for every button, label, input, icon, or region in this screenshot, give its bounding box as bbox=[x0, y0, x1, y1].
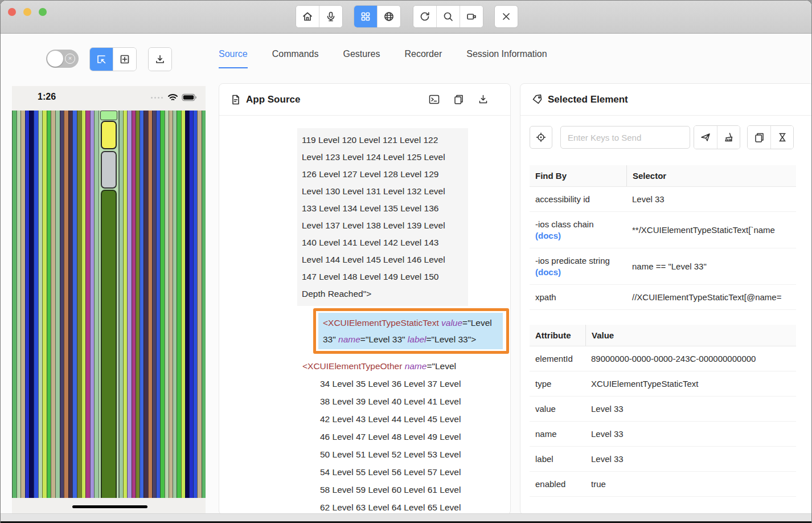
download-icon[interactable] bbox=[478, 94, 489, 105]
phone-stripe[interactable] bbox=[119, 111, 123, 498]
source-line[interactable]: Level 137 Level 138 Level 139 Level bbox=[302, 217, 464, 234]
tap-coordinates-button[interactable] bbox=[113, 48, 136, 71]
phone-stripe[interactable] bbox=[136, 111, 140, 498]
microphone-button[interactable] bbox=[319, 6, 342, 27]
phone-stripe[interactable] bbox=[81, 111, 86, 498]
locate-element-button[interactable] bbox=[530, 126, 552, 149]
selected-element-node[interactable]: <XCUIElementTypeStaticText value="Level3… bbox=[318, 313, 503, 349]
selected-element-highlight[interactable] bbox=[101, 121, 117, 149]
tab-commands[interactable]: Commands bbox=[272, 49, 319, 68]
close-window-button[interactable] bbox=[8, 8, 16, 16]
phone-stripe[interactable] bbox=[197, 111, 201, 498]
phone-stripe[interactable] bbox=[169, 111, 173, 498]
phone-stripe[interactable] bbox=[177, 111, 181, 498]
source-line[interactable]: 38 Level 39 Level 40 Level 41 Level bbox=[302, 393, 510, 410]
source-parent-element[interactable]: 119 Level 120 Level 121 Level 122Level 1… bbox=[297, 128, 468, 306]
source-line[interactable]: Level 144 Level 145 Level 146 Level bbox=[302, 251, 464, 268]
source-line[interactable]: Level 123 Level 124 Level 125 Level bbox=[302, 149, 464, 166]
source-line[interactable]: 58 Level 59 Level 60 Level 61 Level bbox=[302, 481, 510, 499]
refresh-button[interactable] bbox=[413, 6, 436, 27]
phone-stripe[interactable] bbox=[42, 111, 47, 498]
phone-stripe[interactable] bbox=[55, 111, 60, 498]
docs-link[interactable]: (docs) bbox=[535, 267, 621, 277]
copy-attributes-button[interactable] bbox=[748, 126, 770, 149]
nested-view-gray[interactable] bbox=[101, 151, 117, 189]
phone-stripe[interactable] bbox=[127, 111, 131, 498]
phone-stripe[interactable] bbox=[20, 111, 25, 498]
source-line[interactable]: <XCUIElementTypeOther name="Level bbox=[302, 357, 510, 375]
source-line[interactable]: 42 Level 43 Level 44 Level 45 Level bbox=[302, 410, 510, 428]
phone-stripe[interactable] bbox=[17, 111, 21, 498]
source-line[interactable]: 50 Level 51 Level 52 Level 53 Level bbox=[302, 446, 510, 463]
phone-stripe[interactable] bbox=[90, 111, 95, 498]
device-screenshot[interactable]: 1:26 bbox=[12, 86, 206, 516]
phone-stripe[interactable] bbox=[202, 111, 206, 498]
globe-button[interactable] bbox=[377, 6, 400, 27]
phone-stripe[interactable] bbox=[60, 111, 64, 498]
source-line[interactable]: 133 Level 134 Level 135 Level 136 bbox=[302, 200, 464, 217]
phone-stripe[interactable] bbox=[29, 111, 34, 498]
phone-stripe[interactable] bbox=[181, 111, 185, 498]
grid-view-button[interactable] bbox=[354, 6, 377, 27]
video-button[interactable] bbox=[460, 6, 483, 27]
phone-stripe[interactable] bbox=[64, 111, 68, 498]
phone-stripe[interactable] bbox=[143, 111, 147, 498]
source-line[interactable]: 54 Level 55 Level 56 Level 57 Level bbox=[302, 463, 510, 481]
source-line[interactable]: 140 Level 141 Level 142 Level 143 bbox=[302, 234, 464, 251]
send-keys-button[interactable] bbox=[694, 126, 717, 149]
source-line[interactable]: 119 Level 120 Level 121 Level 122 bbox=[302, 132, 464, 149]
source-line[interactable]: Depth Reached"> bbox=[302, 285, 464, 303]
nested-view-column[interactable] bbox=[101, 190, 117, 498]
download-screenshot-button[interactable] bbox=[149, 48, 171, 71]
source-sibling-element[interactable]: <XCUIElementTypeOther name="Level34 Leve… bbox=[302, 357, 510, 515]
source-line[interactable]: <XCUIElementTypeStaticText value="Level bbox=[323, 314, 498, 331]
phone-stripe[interactable] bbox=[72, 111, 77, 498]
docs-link[interactable]: (docs) bbox=[535, 231, 621, 240]
phone-stripe[interactable] bbox=[189, 111, 193, 498]
phone-stripe[interactable] bbox=[94, 111, 99, 498]
minimize-window-button[interactable] bbox=[23, 8, 31, 16]
select-element-button[interactable] bbox=[90, 48, 113, 71]
tab-recorder[interactable]: Recorder bbox=[404, 49, 442, 68]
phone-stripe[interactable] bbox=[85, 111, 90, 498]
terminal-icon[interactable] bbox=[429, 94, 440, 105]
phone-stripe[interactable] bbox=[38, 111, 43, 498]
source-line[interactable]: 33" name="Level 33" label="Level 33"> bbox=[323, 331, 498, 348]
screenshot-overlay-toggle[interactable]: × bbox=[46, 50, 79, 68]
source-line[interactable]: 46 Level 47 Level 48 Level 49 Level bbox=[302, 428, 510, 446]
phone-stripe[interactable] bbox=[123, 111, 127, 498]
source-line[interactable]: 126 Level 127 Level 128 Level 129 bbox=[302, 166, 464, 183]
phone-stripe[interactable] bbox=[140, 111, 143, 498]
source-line[interactable]: Level 130 Level 131 Level 132 Level bbox=[302, 183, 464, 200]
phone-stripe[interactable] bbox=[193, 111, 197, 498]
phone-stripe[interactable] bbox=[160, 111, 164, 498]
phone-stripe[interactable] bbox=[25, 111, 30, 498]
phone-stripe[interactable] bbox=[148, 111, 152, 498]
source-line[interactable]: 62 Level 63 Level 64 Level 65 Level bbox=[302, 499, 510, 515]
phone-stripe[interactable] bbox=[68, 111, 73, 498]
tab-session-information[interactable]: Session Information bbox=[466, 49, 547, 68]
phone-stripe[interactable] bbox=[185, 111, 189, 498]
phone-stripe[interactable] bbox=[47, 111, 51, 498]
home-button[interactable] bbox=[296, 6, 319, 27]
copy-icon[interactable] bbox=[453, 94, 464, 105]
phone-stripe[interactable] bbox=[156, 111, 160, 498]
nested-view-top[interactable] bbox=[100, 111, 117, 120]
phone-stripe[interactable] bbox=[152, 111, 156, 498]
phone-stripe[interactable] bbox=[12, 111, 17, 498]
wait-hourglass-button[interactable] bbox=[770, 126, 793, 149]
nested-view-stack[interactable] bbox=[99, 111, 119, 498]
zoom-window-button[interactable] bbox=[39, 8, 47, 16]
phone-stripe[interactable] bbox=[165, 111, 169, 498]
phone-stripe[interactable] bbox=[77, 111, 81, 498]
tab-gestures[interactable]: Gestures bbox=[343, 49, 380, 68]
phone-stripe[interactable] bbox=[132, 111, 136, 498]
phone-stripe[interactable] bbox=[173, 111, 177, 498]
phone-stripe[interactable] bbox=[51, 111, 55, 498]
app-view-stripes[interactable] bbox=[12, 111, 206, 498]
close-session-button[interactable] bbox=[495, 6, 518, 27]
phone-stripe[interactable] bbox=[34, 111, 38, 498]
send-keys-input[interactable] bbox=[560, 126, 690, 149]
clear-button[interactable] bbox=[717, 126, 740, 149]
selected-element-outline[interactable]: <XCUIElementTypeStaticText value="Level3… bbox=[313, 308, 509, 354]
